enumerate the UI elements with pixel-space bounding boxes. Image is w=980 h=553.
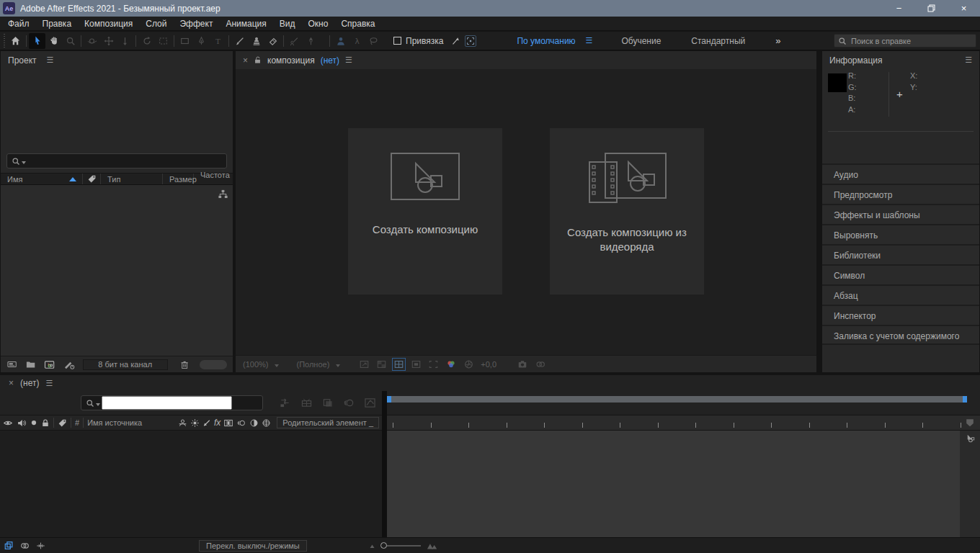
info-panel-tab[interactable]: Информация — [829, 55, 882, 66]
label-column-icon[interactable] — [58, 418, 67, 428]
restore-button[interactable] — [915, 0, 948, 17]
fit-view-button[interactable] — [359, 359, 370, 369]
shy-icon[interactable] — [178, 418, 187, 428]
snap-options-icon[interactable] — [465, 35, 476, 47]
time-ruler[interactable] — [387, 415, 960, 431]
exposure-button[interactable] — [463, 359, 474, 369]
layer-number-column[interactable]: # — [75, 418, 79, 427]
new-composition-card[interactable]: Создать композицию — [348, 128, 502, 295]
pen-tool-button[interactable] — [193, 33, 210, 49]
menu-file[interactable]: Файл — [1, 17, 36, 31]
unlock-icon[interactable] — [254, 55, 262, 65]
close-button[interactable]: × — [948, 0, 980, 17]
workspace-learn[interactable]: Обучение — [611, 36, 671, 46]
close-tab-icon[interactable]: × — [243, 55, 248, 66]
audio-icon[interactable] — [17, 418, 27, 428]
zoom-in-mountains-icon[interactable] — [427, 541, 438, 550]
composition-mini-flowchart-icon[interactable] — [279, 397, 291, 408]
adjustment-layer-icon[interactable] — [249, 418, 259, 428]
column-label-color[interactable] — [83, 174, 101, 184]
hand-tool-button[interactable] — [45, 33, 62, 49]
menu-composition[interactable]: Композиция — [78, 17, 139, 31]
panel-tab-audio[interactable]: Аудио — [822, 163, 979, 184]
column-type[interactable]: Тип — [101, 174, 163, 184]
panel-tab-content-aware-fill[interactable]: Заливка с учетом содержимого — [822, 325, 979, 345]
bit-depth-button[interactable]: 8 бит на канал — [83, 359, 168, 370]
snap-checkbox[interactable] — [393, 37, 401, 45]
track-area[interactable] — [387, 431, 960, 537]
zoom-slider[interactable] — [383, 545, 421, 547]
timeline-scroll-gutter[interactable] — [960, 431, 980, 537]
workspace-default[interactable]: По умолчанию — [507, 36, 585, 46]
video-visibility-icon[interactable] — [3, 418, 13, 428]
show-snapshot-button[interactable] — [535, 359, 546, 369]
source-name-column[interactable]: Имя источника — [87, 418, 142, 427]
brush-tool-button[interactable] — [231, 33, 248, 49]
panel-tab-inspector[interactable]: Инспектор — [822, 305, 979, 325]
close-tab-icon[interactable]: × — [9, 378, 14, 388]
work-area-start-handle[interactable] — [387, 396, 391, 403]
menu-effect[interactable]: Эффект — [173, 17, 219, 31]
axis-mode-local-button[interactable] — [332, 33, 349, 49]
transparency-grid-button[interactable] — [376, 359, 387, 369]
composition-panel-menu-icon[interactable]: ☰ — [345, 55, 352, 65]
toolbar-grip[interactable] — [1, 34, 7, 48]
rectangle-tool-button[interactable] — [177, 33, 193, 49]
home-tool-button[interactable] — [7, 33, 24, 49]
clone-stamp-tool-button[interactable] — [248, 33, 264, 49]
workspace-overflow-chevron[interactable]: » — [775, 35, 779, 46]
resolution-select[interactable]: (Полное) — [296, 360, 329, 369]
menu-view[interactable]: Вид — [273, 17, 302, 31]
lock-icon[interactable] — [41, 418, 50, 428]
trash-icon[interactable] — [180, 359, 189, 370]
panel-tab-libraries[interactable]: Библиотеки — [822, 244, 979, 264]
timeline-panel-menu-icon[interactable]: ☰ — [45, 379, 53, 388]
grid-guides-options-button[interactable] — [393, 359, 404, 369]
channels-button[interactable] — [445, 359, 457, 369]
comp-mini-icon[interactable] — [965, 433, 976, 444]
project-search-input[interactable] — [27, 157, 222, 166]
pan-camera-tool-button[interactable] — [100, 33, 117, 49]
frame-blending-icon[interactable] — [322, 397, 334, 408]
toggle-switches-modes-button[interactable]: Перекл. выключ./режимы — [199, 540, 307, 552]
expand-transfer-controls-icon[interactable] — [19, 541, 30, 551]
info-panel-menu-icon[interactable]: ☰ — [965, 55, 972, 65]
project-search-field[interactable] — [6, 153, 227, 168]
menu-animation[interactable]: Анимация — [219, 17, 272, 31]
eraser-tool-button[interactable] — [264, 33, 281, 49]
menu-help[interactable]: Справка — [334, 17, 381, 31]
help-search-input[interactable] — [851, 37, 959, 45]
project-panel-menu-icon[interactable]: ☰ — [47, 55, 54, 65]
effects-fx-icon[interactable]: fx — [214, 418, 220, 428]
timeline-pane-divider[interactable] — [382, 391, 387, 537]
axis-mode-world-button[interactable]: λ — [349, 33, 365, 49]
camera-tool-button[interactable] — [155, 33, 172, 49]
panel-tab-align[interactable]: Выровнять — [822, 224, 979, 244]
graph-editor-icon[interactable] — [364, 397, 376, 408]
layer-list-area[interactable] — [0, 431, 382, 537]
type-tool-button[interactable]: T — [210, 33, 226, 49]
selection-tool-button[interactable] — [29, 33, 45, 49]
quality-icon[interactable] — [202, 418, 211, 428]
panel-tab-paragraph[interactable]: Абзац — [822, 284, 979, 305]
snap-angle-icon[interactable] — [450, 36, 460, 46]
mask-visibility-button[interactable] — [411, 359, 422, 369]
column-size[interactable]: Размер — [163, 174, 194, 184]
orbit-camera-tool-button[interactable] — [84, 33, 100, 49]
rotate-tool-button[interactable] — [138, 33, 155, 49]
new-composition-icon[interactable] — [44, 359, 55, 370]
time-navigator-bar[interactable] — [387, 396, 967, 403]
workspace-menu-icon[interactable]: ☰ — [586, 36, 593, 45]
panel-tab-effects-presets[interactable]: Эффекты и шаблоны — [822, 204, 979, 224]
expand-in-out-columns-icon[interactable] — [35, 541, 46, 551]
timeline-search-input[interactable] — [102, 396, 232, 410]
3d-layer-icon[interactable] — [262, 418, 271, 428]
puppet-pin-tool-button[interactable] — [303, 33, 319, 49]
panel-tab-preview[interactable]: Предпросмотр — [822, 184, 979, 204]
motion-blur-column-icon[interactable] — [236, 418, 246, 428]
column-name[interactable]: Имя — [1, 174, 83, 184]
project-items-list[interactable] — [1, 185, 233, 356]
search-options-caret-icon[interactable] — [22, 161, 26, 164]
take-snapshot-button[interactable] — [517, 359, 528, 369]
menu-layer[interactable]: Слой — [139, 17, 173, 31]
